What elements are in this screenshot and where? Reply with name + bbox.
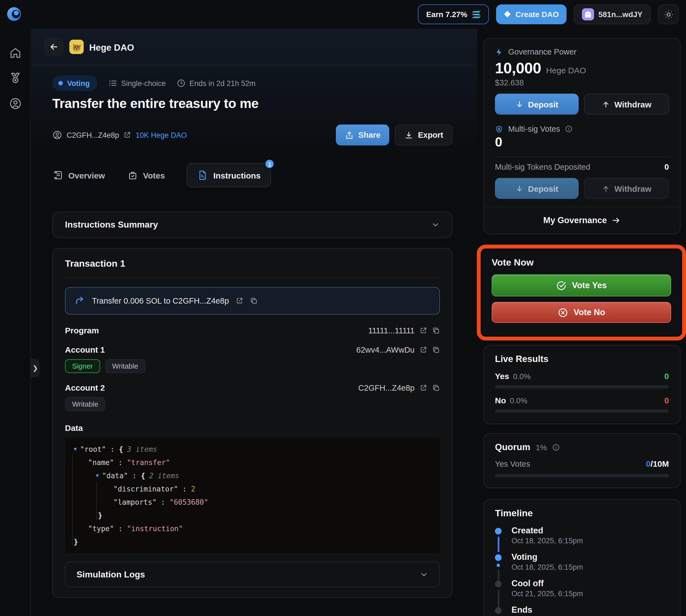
scroll-icon bbox=[52, 170, 63, 181]
dao-avatar[interactable] bbox=[69, 40, 84, 54]
quorum-progress-bar bbox=[495, 474, 669, 477]
account2-tags: Writable bbox=[65, 397, 440, 411]
status-dot-icon bbox=[59, 81, 63, 85]
tab-votes[interactable]: Votes bbox=[127, 170, 165, 181]
json-line: } bbox=[72, 535, 440, 548]
governance-power-amount: 10,000 bbox=[495, 60, 541, 77]
create-dao-button[interactable]: ❖ Create DAO bbox=[496, 4, 567, 24]
sidebar-expand-button[interactable]: ❯ bbox=[31, 359, 40, 377]
timeline-item-ends: Ends bbox=[495, 605, 669, 615]
json-line: "discriminator" : 2 bbox=[72, 482, 440, 495]
header-divider bbox=[31, 64, 477, 65]
collapse-toggle-icon[interactable] bbox=[74, 446, 77, 452]
external-link-icon[interactable] bbox=[419, 384, 427, 392]
live-results-card: Live Results Yes 0.0% 0 No 0.0% 0 bbox=[483, 345, 681, 424]
proposal-tabs: Overview Votes Instructions 1 bbox=[52, 163, 271, 187]
wallet-button[interactable]: 581n...wdJY bbox=[574, 4, 651, 24]
multisig-withdraw-button[interactable]: Withdraw bbox=[584, 178, 669, 199]
vote-now-title: Vote Now bbox=[491, 257, 671, 268]
json-line: "lamports" : "6053680" bbox=[72, 495, 440, 509]
timeline-dot-icon bbox=[495, 581, 502, 587]
dao-name: Hege DAO bbox=[89, 42, 134, 53]
account1-label: Account 1 bbox=[65, 345, 105, 354]
info-icon[interactable] bbox=[552, 443, 560, 451]
realms-dao-app: Earn 7.27% ❖ Create DAO bbox=[0, 0, 686, 616]
no-progress-bar bbox=[495, 410, 669, 413]
arrow-left-icon bbox=[49, 42, 59, 51]
arrow-down-icon bbox=[515, 100, 524, 108]
timeline-item-created: Created Oct 18, 2025, 6:15pm bbox=[495, 526, 669, 545]
file-code-icon bbox=[197, 170, 208, 181]
governance-power-token: Hege DAO bbox=[546, 66, 586, 75]
vote-yes-button[interactable]: Vote Yes bbox=[491, 274, 671, 296]
program-address[interactable]: 11111...11111 bbox=[368, 326, 415, 335]
profile-icon[interactable] bbox=[8, 97, 22, 110]
deposit-button[interactable]: Deposit bbox=[495, 94, 579, 115]
copy-icon[interactable] bbox=[432, 327, 440, 334]
yes-result-row: Yes 0.0% 0 bbox=[495, 371, 669, 381]
external-link-icon[interactable] bbox=[419, 327, 427, 334]
quorum-progress-value: 0 bbox=[646, 459, 651, 468]
voting-status-badge: Voting bbox=[52, 75, 97, 91]
timeline-item-cooloff: Cool off Oct 21, 2025, 6:15pm bbox=[495, 578, 669, 598]
share-button[interactable]: Share bbox=[336, 125, 390, 146]
external-link-icon[interactable] bbox=[236, 297, 243, 305]
my-governance-link[interactable]: My Governance bbox=[495, 207, 669, 234]
list-icon bbox=[109, 79, 117, 88]
instructions-summary-title: Instructions Summary bbox=[65, 220, 158, 230]
account2-address[interactable]: C2GFH...Z4e8p bbox=[358, 383, 415, 392]
arrow-right-icon bbox=[612, 216, 620, 225]
copy-icon[interactable] bbox=[250, 297, 258, 305]
tab-instructions[interactable]: Instructions 1 bbox=[187, 163, 271, 187]
quorum-percent: 1% bbox=[536, 443, 547, 452]
theme-toggle-button[interactable] bbox=[658, 4, 679, 24]
multisig-votes-value: 0 bbox=[495, 134, 669, 150]
yes-progress-bar bbox=[495, 385, 669, 389]
realms-logo-icon[interactable] bbox=[7, 7, 21, 21]
json-line: "data" : {2 items bbox=[72, 469, 440, 482]
create-dao-icon: ❖ bbox=[504, 9, 511, 19]
arrow-up-icon bbox=[602, 100, 610, 108]
chevron-down-icon[interactable] bbox=[431, 220, 440, 229]
timeline-connector bbox=[498, 537, 499, 552]
account1-address[interactable]: 62wv4...AWwDu bbox=[356, 345, 415, 354]
account2-row: Account 2 C2GFH...Z4e8p bbox=[65, 383, 440, 392]
transfer-summary-text: Transfer 0.006 SOL to C2GFH...Z4e8p bbox=[92, 296, 229, 305]
download-icon bbox=[404, 130, 413, 140]
x-circle-icon bbox=[558, 307, 568, 317]
home-icon[interactable] bbox=[8, 46, 22, 60]
collapse-toggle-icon[interactable] bbox=[96, 473, 99, 478]
vote-no-button[interactable]: Vote No bbox=[491, 302, 671, 323]
multisig-deposit-button[interactable]: Deposit bbox=[495, 178, 579, 199]
vote-type-meta: Single-choice bbox=[109, 79, 166, 88]
copy-icon[interactable] bbox=[432, 346, 440, 353]
tab-overview[interactable]: Overview bbox=[52, 170, 105, 181]
simulation-logs-panel[interactable]: Simulation Logs bbox=[65, 562, 440, 587]
quorum-title: Quorum bbox=[495, 442, 530, 453]
governance-power-usd: $32.638 bbox=[495, 78, 669, 87]
earn-button[interactable]: Earn 7.27% bbox=[418, 4, 489, 24]
external-link-icon[interactable] bbox=[419, 346, 427, 353]
writable-tag: Writable bbox=[65, 397, 106, 411]
wallet-address: 581n...wdJY bbox=[598, 10, 642, 19]
vote-now-card: Vote Now Vote Yes Vote No bbox=[482, 250, 681, 335]
account1-tags: Signer Writable bbox=[65, 359, 440, 373]
vote-now-highlight-annotation: Vote Now Vote Yes Vote No bbox=[477, 245, 686, 340]
transaction-card: Transaction 1 Transfer 0.006 SOL to C2GF… bbox=[52, 248, 453, 598]
withdraw-button[interactable]: Withdraw bbox=[584, 94, 669, 115]
chevron-down-icon[interactable] bbox=[419, 570, 428, 579]
check-circle-icon bbox=[556, 280, 567, 291]
json-line: "root" : {3 items bbox=[72, 442, 440, 456]
export-button[interactable]: Export bbox=[395, 125, 453, 146]
info-icon[interactable] bbox=[565, 125, 573, 133]
timeline-dot-icon bbox=[495, 554, 502, 561]
multisig-votes-header: Multi-sig Votes bbox=[495, 125, 669, 133]
ends-in-meta: Ends in 2d 21h 52m bbox=[177, 79, 255, 88]
no-result-row: No 0.0% 0 bbox=[495, 396, 669, 405]
rewards-medal-icon[interactable] bbox=[8, 72, 22, 85]
divider bbox=[495, 156, 669, 157]
multisig-tokens-row: Multi-sig Tokens Deposited 0 bbox=[495, 162, 669, 171]
back-button[interactable] bbox=[44, 37, 63, 56]
copy-icon[interactable] bbox=[432, 384, 440, 392]
instructions-summary-panel[interactable]: Instructions Summary bbox=[52, 212, 453, 238]
